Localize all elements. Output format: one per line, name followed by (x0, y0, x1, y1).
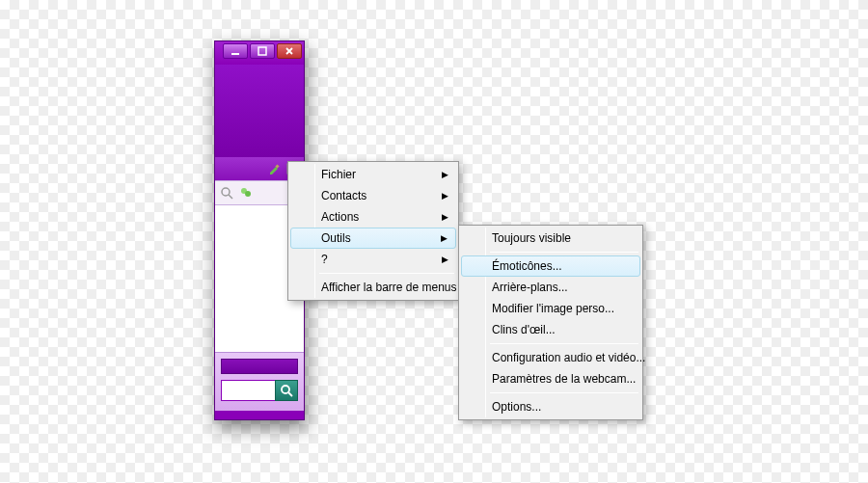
menu-item-contacts[interactable]: Contacts ▶ (290, 185, 456, 206)
submenu-arrow-icon: ▶ (442, 191, 448, 201)
submenu-arrow-icon: ▶ (441, 233, 448, 243)
menu-label: Outils (321, 231, 351, 245)
menu-label: Émoticônes... (492, 259, 562, 273)
main-menu: Fichier ▶ Contacts ▶ Actions ▶ Outils ▶ … (287, 161, 459, 301)
footer-search-button[interactable] (275, 380, 298, 401)
search-go-icon (281, 385, 293, 397)
window-header (215, 65, 304, 157)
submenu-arrow-icon: ▶ (442, 170, 448, 179)
close-icon (285, 46, 294, 56)
submenu-item-emoticons[interactable]: Émoticônes... (461, 255, 640, 277)
svg-point-7 (282, 386, 289, 393)
tools-submenu: Toujours visible Émoticônes... Arrière-p… (458, 225, 643, 420)
menu-label: Toujours visible (492, 231, 571, 245)
submenu-item-webcam-settings[interactable]: Paramètres de la webcam... (461, 368, 640, 389)
menu-separator (490, 252, 638, 253)
menu-item-show-menubar[interactable]: Afficher la barre de menus (290, 277, 456, 298)
window-footer (215, 352, 304, 411)
search-icon[interactable] (221, 187, 233, 200)
menu-label: Afficher la barre de menus (321, 281, 457, 294)
footer-search-input[interactable] (221, 380, 275, 401)
maximize-button[interactable] (250, 43, 275, 59)
menu-item-fichier[interactable]: Fichier ▶ (290, 164, 456, 185)
menu-label: ? (321, 253, 328, 266)
close-button[interactable] (277, 43, 302, 59)
menu-label: Fichier (321, 168, 356, 181)
submenu-arrow-icon: ▶ (442, 255, 448, 264)
minimize-icon (231, 46, 240, 56)
menu-label: Clins d'œil... (492, 323, 556, 336)
menu-item-outils[interactable]: Outils ▶ (290, 228, 456, 249)
maximize-icon (258, 46, 267, 56)
menu-label: Paramètres de la webcam... (492, 372, 636, 386)
brush-icon[interactable] (267, 162, 281, 175)
menu-label: Configuration audio et vidéo... (492, 351, 645, 364)
menu-item-actions[interactable]: Actions ▶ (290, 206, 456, 228)
menu-item-help[interactable]: ? ▶ (290, 249, 456, 270)
submenu-item-modify-display-pic[interactable]: Modifier l'image perso... (461, 298, 640, 319)
submenu-item-backgrounds[interactable]: Arrière-plans... (461, 277, 640, 298)
footer-search (221, 380, 298, 401)
menu-label: Actions (321, 210, 359, 224)
menu-label: Contacts (321, 189, 366, 202)
ad-banner[interactable] (221, 359, 298, 374)
menu-separator (490, 343, 638, 344)
minimize-button[interactable] (223, 43, 248, 59)
submenu-arrow-icon: ▶ (442, 212, 448, 222)
menu-label: Options... (492, 400, 541, 414)
submenu-item-audio-video-config[interactable]: Configuration audio et vidéo... (461, 347, 640, 368)
menu-separator (319, 273, 454, 274)
titlebar (215, 41, 304, 65)
menu-label: Arrière-plans... (492, 281, 568, 294)
svg-rect-1 (258, 47, 266, 55)
svg-point-4 (222, 188, 230, 196)
submenu-item-always-visible[interactable]: Toujours visible (461, 228, 640, 249)
svg-point-6 (245, 191, 251, 197)
menu-label: Modifier l'image perso... (492, 302, 614, 315)
svg-rect-0 (231, 53, 239, 55)
submenu-item-winks[interactable]: Clins d'œil... (461, 319, 640, 340)
menu-separator (490, 392, 638, 393)
submenu-item-options[interactable]: Options... (461, 396, 640, 417)
presence-icon[interactable] (239, 186, 253, 200)
